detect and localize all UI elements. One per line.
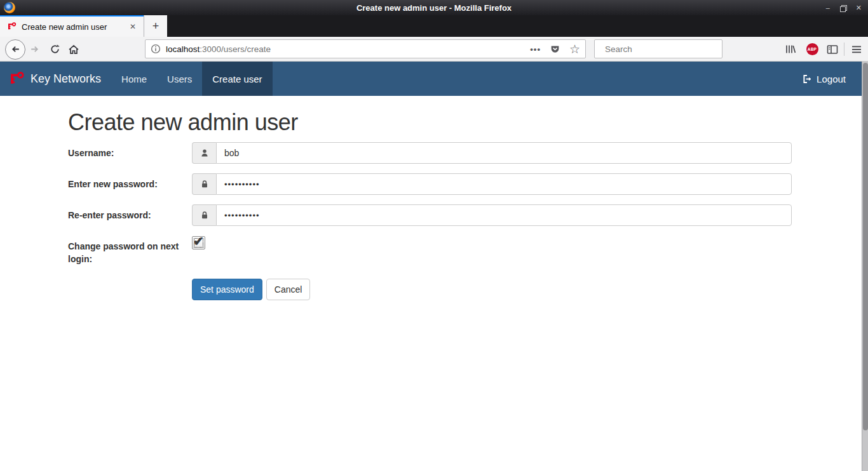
url-bar[interactable]: localhost:3000/users/create ••• ☆ (145, 39, 586, 58)
reload-icon (50, 44, 60, 55)
site-navbar: Key Networks Home Users Create user Logo… (0, 62, 862, 96)
main-content: Create new admin user Username: Enter ne… (68, 96, 792, 300)
bookmark-star-icon[interactable]: ☆ (569, 43, 580, 55)
window-title: Create new admin user - Mozilla Firefox (0, 3, 868, 13)
key-networks-logo-icon (8, 70, 25, 88)
window-controls: – ✕ (826, 0, 862, 15)
back-icon (5, 39, 25, 60)
nav-spacer (273, 62, 793, 96)
change-password-checkbox-wrap: ✔ (192, 236, 205, 266)
reenter-password-input[interactable] (216, 204, 792, 226)
url-path: :3000/users/create (200, 44, 271, 54)
sidebar-icon (827, 44, 838, 55)
logout-link[interactable]: Logout (792, 62, 855, 96)
lock-icon (200, 210, 210, 220)
pocket-icon[interactable] (550, 44, 560, 55)
restore-button[interactable] (840, 2, 846, 13)
toolbar-separator (844, 43, 844, 56)
firefox-logo-icon (4, 2, 15, 13)
brand[interactable]: Key Networks (0, 62, 111, 96)
url-text[interactable]: localhost:3000/users/create (166, 44, 530, 54)
brand-label: Key Networks (31, 72, 101, 86)
new-tab-button[interactable]: + (144, 15, 167, 37)
home-icon (68, 44, 79, 55)
tab-close-icon[interactable]: ✕ (127, 21, 139, 32)
url-host: localhost (166, 44, 200, 54)
page-actions-menu-icon[interactable]: ••• (530, 44, 541, 54)
username-label: Username: (68, 142, 192, 164)
cancel-button[interactable]: Cancel (266, 279, 311, 300)
reenter-password-row: Re-enter password: (68, 204, 792, 226)
search-input[interactable] (605, 44, 717, 54)
window-titlebar[interactable]: Create new admin user - Mozilla Firefox … (0, 0, 868, 15)
hamburger-menu-icon (851, 45, 862, 54)
user-icon (200, 148, 210, 158)
browser-toolbar: localhost:3000/users/create ••• ☆ ABP (0, 37, 868, 62)
search-bar[interactable] (594, 39, 722, 58)
adblock-plus-button[interactable]: ABP (803, 37, 821, 62)
forward-button[interactable] (27, 37, 42, 62)
browser-tab[interactable]: Create new admin user ✕ (0, 15, 144, 37)
forward-icon (29, 44, 40, 55)
library-button[interactable] (782, 37, 799, 62)
lock-addon (192, 204, 216, 226)
nav-item-home[interactable]: Home (111, 62, 157, 96)
new-password-row: Enter new password: (68, 173, 792, 195)
page-scrollbar[interactable] (862, 62, 868, 471)
menu-button[interactable] (848, 37, 865, 62)
page-title: Create new admin user (68, 109, 792, 136)
username-row: Username: (68, 142, 792, 164)
site-favicon-key-icon (6, 22, 17, 32)
close-button[interactable]: ✕ (856, 4, 862, 11)
checkmark-icon: ✔ (193, 234, 204, 249)
new-password-input[interactable] (216, 173, 792, 195)
change-password-row: Change password on next login: ✔ (68, 236, 792, 266)
logout-icon (802, 74, 813, 84)
page-actions: ••• ☆ (530, 43, 580, 55)
username-input[interactable] (216, 142, 792, 164)
sidebar-toggle-button[interactable] (824, 37, 841, 62)
minimize-button[interactable]: – (826, 4, 830, 11)
tab-bar: Create new admin user ✕ + (0, 15, 868, 37)
form-actions: Set password Cancel (192, 279, 792, 300)
library-icon (785, 44, 796, 55)
lock-icon (200, 179, 210, 189)
reenter-password-input-group (192, 204, 792, 226)
reload-button[interactable] (46, 37, 64, 62)
change-password-label: Change password on next login: (68, 236, 192, 266)
set-password-button[interactable]: Set password (192, 279, 262, 300)
lock-addon (192, 173, 216, 195)
username-input-group (192, 142, 792, 164)
page-viewport: Key Networks Home Users Create user Logo… (0, 62, 868, 471)
site-info-icon[interactable] (151, 44, 161, 54)
nav-item-create-user[interactable]: Create user (202, 62, 272, 96)
restore-icon (840, 5, 846, 11)
nav-item-users[interactable]: Users (157, 62, 202, 96)
back-button[interactable] (4, 37, 27, 62)
change-password-checkbox[interactable]: ✔ (192, 236, 205, 249)
reenter-password-label: Re-enter password: (68, 204, 192, 226)
logout-label: Logout (817, 74, 846, 84)
user-addon (192, 142, 216, 164)
home-button[interactable] (65, 37, 83, 62)
adblock-plus-icon: ABP (806, 43, 818, 55)
new-password-label: Enter new password: (68, 173, 192, 195)
tab-title: Create new admin user (22, 22, 127, 32)
new-password-input-group (192, 173, 792, 195)
scrollbar-thumb[interactable] (863, 63, 868, 430)
